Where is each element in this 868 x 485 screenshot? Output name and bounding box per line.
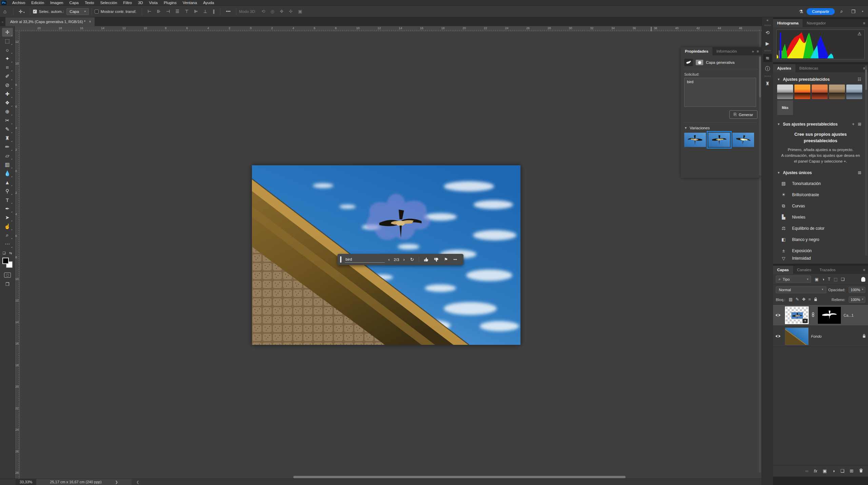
content-aware-move-tool[interactable]: ⊕ xyxy=(2,107,13,116)
lock-artboard-icon[interactable]: ⌗ xyxy=(809,297,811,302)
auto-select-target-dropdown[interactable]: Capa▾ xyxy=(66,8,89,15)
search-icon[interactable]: ⌕ xyxy=(838,8,846,14)
adjustments-tab-ajustes[interactable]: Ajustes xyxy=(773,64,795,72)
zoom-tool[interactable]: ⌕ xyxy=(2,231,13,240)
preset-thumbnail-preset-sepia[interactable] xyxy=(829,85,845,99)
menu-filtro[interactable]: Filtro xyxy=(120,0,135,5)
filter-type-layers-icon[interactable]: T xyxy=(826,277,832,282)
adjustment-color-balance[interactable]: ⚖Equilibrio de color xyxy=(777,223,864,234)
filter-on-toggle[interactable] xyxy=(861,277,865,282)
prompt-textarea[interactable]: bird xyxy=(684,78,756,107)
canvas-area[interactable]: 2018161412108642024681012141618202224262… xyxy=(15,26,762,479)
menu-archivo[interactable]: Archivo xyxy=(9,0,28,5)
history-brush-tool[interactable]: ✏ xyxy=(2,143,13,151)
add-mask-icon[interactable]: ▣ xyxy=(823,468,827,473)
new-layer-icon[interactable]: ⊞ xyxy=(850,468,853,473)
fill-value[interactable]: 100%▾ xyxy=(849,297,865,303)
color-swatches[interactable] xyxy=(2,258,13,268)
status-arrow-icon[interactable]: ❯ xyxy=(115,480,118,484)
background-layer-thumbnail[interactable] xyxy=(785,328,809,345)
pen-tool[interactable]: ✒ xyxy=(2,204,13,213)
more-options-icon[interactable]: ••• xyxy=(223,9,233,14)
quick-mask-button[interactable] xyxy=(4,273,11,278)
adjustment-exposure[interactable]: ±Exposición xyxy=(777,245,864,256)
taskbar-drag-handle[interactable] xyxy=(340,256,341,263)
align-bottom-edges-icon[interactable]: ⊥ xyxy=(201,9,210,14)
workspace-chevron-icon[interactable]: ▾ xyxy=(862,10,863,13)
adjustment-black-white[interactable]: ◧Blanco y negro xyxy=(777,234,864,245)
spot-healing-brush-tool[interactable]: ⊘ xyxy=(2,81,13,90)
adjustments-scrollbar[interactable] xyxy=(865,66,867,256)
clone-source-panel-icon[interactable]: ♜ xyxy=(763,79,772,88)
brush-tool[interactable]: ✎ xyxy=(2,125,13,134)
properties-menu-icon[interactable]: ≡ xyxy=(757,49,759,53)
eraser-tool[interactable]: ▱ xyxy=(2,151,13,160)
show-transform-checkbox[interactable] xyxy=(95,10,99,14)
zoom-level-field[interactable]: 33,33% xyxy=(16,479,36,485)
histogram-tab-histograma[interactable]: Histograma xyxy=(773,19,803,27)
properties-collapse-icon[interactable]: » xyxy=(752,49,754,53)
3d-pan-icon[interactable]: ✥ xyxy=(277,9,286,14)
align-left-edges-icon[interactable]: ⊢ xyxy=(145,9,154,14)
patch-tool[interactable]: ❖ xyxy=(2,98,13,107)
regenerate-icon[interactable]: ↻ xyxy=(408,257,416,262)
properties-scrollbar[interactable] xyxy=(759,56,761,175)
add-preset-icon[interactable]: + xyxy=(852,122,854,127)
move-tool-option-icon[interactable]: ✛▾ xyxy=(16,9,27,14)
histogram-tab-navegador[interactable]: Navegador xyxy=(803,19,830,27)
auto-select-checkbox[interactable]: ✓ xyxy=(33,10,37,14)
3d-roll-icon[interactable]: ◎ xyxy=(268,9,277,14)
menu-3d[interactable]: 3D xyxy=(135,0,146,5)
share-button[interactable]: Compartir xyxy=(807,8,834,15)
adjustment-brightness-contrast[interactable]: ☀Brillo/contraste xyxy=(777,189,864,200)
single-adjustments-grid-icon[interactable]: ⊞ xyxy=(858,170,861,175)
toolbar-collapse-icon[interactable]: » xyxy=(0,20,5,26)
variation-thumbnail-3[interactable] xyxy=(732,133,754,147)
next-variation-icon[interactable]: › xyxy=(401,257,407,262)
generative-layer-thumbnail[interactable]: ✦ xyxy=(785,306,809,324)
clone-stamp-tool[interactable]: ♜ xyxy=(2,134,13,143)
move-tool[interactable]: ✛ xyxy=(2,28,13,37)
thumbs-down-icon[interactable] xyxy=(432,257,441,262)
align-vertical-centers-icon[interactable]: ⊫ xyxy=(191,9,200,14)
beta-flask-icon[interactable]: ⚗ xyxy=(799,9,804,14)
menu-plugins[interactable]: Plugins xyxy=(161,0,180,5)
sharpen-tool[interactable]: ▲ xyxy=(2,178,13,187)
distribute-vertical-icon[interactable]: ∥ xyxy=(210,9,218,14)
layers-tab-canales[interactable]: Canales xyxy=(793,266,815,274)
info-panel-icon[interactable]: ⓘ xyxy=(763,65,772,73)
menu-imagen[interactable]: Imagen xyxy=(47,0,66,5)
menu-edición[interactable]: Edición xyxy=(28,0,47,5)
align-top-edges-icon[interactable]: ⊤ xyxy=(182,9,191,14)
path-selection-tool[interactable]: ➤ xyxy=(2,213,13,222)
3d-orbit-icon[interactable]: ⟲ xyxy=(259,9,268,14)
swap-colors-icon[interactable]: ⇆ xyxy=(9,251,12,255)
filter-smart-objects-icon[interactable]: ❏ xyxy=(839,277,846,282)
document-tab[interactable]: Abrir al 33,3% (Capa generativa 1, RGB/1… xyxy=(5,17,95,26)
opacity-value[interactable]: 100%▾ xyxy=(849,287,865,293)
adjustment-vibrance[interactable]: ▽Intensidad xyxy=(777,256,864,260)
dodge-tool[interactable]: ⚲ xyxy=(2,187,13,195)
preset-thumbnail-preset-bw[interactable] xyxy=(777,85,793,99)
crop-tool[interactable]: ⌗ xyxy=(2,63,13,72)
layer-mask-thumbnail[interactable] xyxy=(817,306,841,324)
variation-thumbnail-1[interactable] xyxy=(684,133,706,147)
preset-thumbnail-preset-sunset[interactable] xyxy=(794,85,810,99)
healing-brush-tool[interactable]: ✚ xyxy=(2,90,13,98)
lock-transparency-icon[interactable]: ▨ xyxy=(789,297,792,302)
blur-tool[interactable]: 💧 xyxy=(2,169,13,178)
adjustment-hue-saturation[interactable]: ▤Tono/saturación xyxy=(777,178,864,189)
lasso-tool[interactable]: ○ xyxy=(2,45,13,54)
3d-slide-icon[interactable]: ✣ xyxy=(286,9,295,14)
single-adjustments-collapse-icon[interactable]: ▼ xyxy=(777,171,780,174)
actions-panel-icon[interactable]: ▶ xyxy=(763,39,772,48)
new-adjustment-layer-icon[interactable]: ◑ xyxy=(832,468,835,473)
menu-selección[interactable]: Selección xyxy=(97,0,120,5)
workspace-icon[interactable]: ❐ xyxy=(849,9,858,14)
preset-thumbnail-preset-cool[interactable] xyxy=(846,85,862,99)
adjustments-tab-bibliotecas[interactable]: Bibliotecas xyxy=(795,64,823,72)
presets-list-icon[interactable]: ☷ xyxy=(857,77,861,82)
lock-pixels-icon[interactable]: ✎ xyxy=(795,297,799,302)
menu-texto[interactable]: Texto xyxy=(82,0,97,5)
blend-mode-dropdown[interactable]: Normal▾ xyxy=(776,286,826,293)
